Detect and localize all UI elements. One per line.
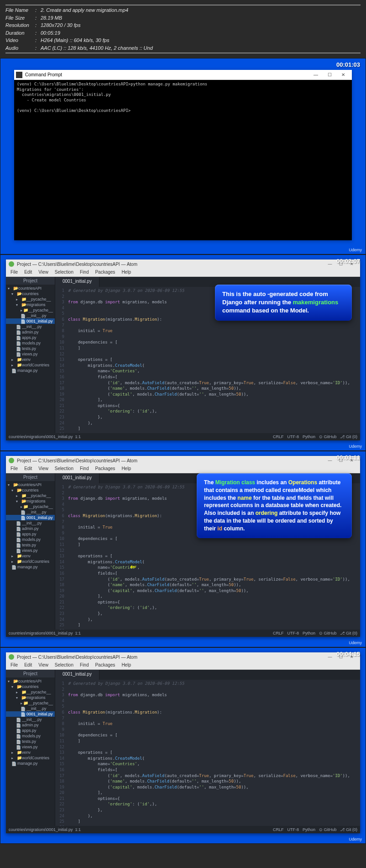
menu-help[interactable]: Help <box>119 662 134 669</box>
status-path[interactable]: countries\migrations\0001_initial.py <box>9 434 73 439</box>
cmd-titlebar[interactable]: Command Prompt — ☐ ✕ <box>14 70 352 80</box>
tree-item---pycache--[interactable]: 📁 __pycache__ <box>6 307 55 313</box>
menu-find[interactable]: Find <box>77 465 91 473</box>
maximize-button[interactable]: ☐ <box>323 72 336 77</box>
menu-packages[interactable]: Packages <box>92 662 118 669</box>
tree-item-tests-py[interactable]: 📄tests.py <box>6 346 55 351</box>
tree-item-models-py[interactable]: 📄models.py <box>6 340 55 346</box>
tree-item-views-py[interactable]: 📄views.py <box>6 351 55 357</box>
menu-selection[interactable]: Selection <box>52 465 76 473</box>
project-sidebar[interactable]: Project 📂 countriesAPI📂 countries📁 __pyc… <box>6 473 55 630</box>
tree-item-migrations[interactable]: 📂 migrations <box>6 302 55 307</box>
tree-item-views-py[interactable]: 📄views.py <box>6 744 55 750</box>
status-language[interactable]: Python <box>303 827 315 832</box>
tree-item---init---py[interactable]: 📄__init__.py <box>6 313 55 318</box>
status-cursor[interactable]: 1:1 <box>75 631 81 635</box>
tree-item-apps-py[interactable]: 📄apps.py <box>6 335 55 340</box>
tree-item-countries[interactable]: 📂 countries <box>6 487 55 493</box>
editor-tab[interactable]: 0001_initial.py <box>55 277 99 287</box>
tree-item-admin-py[interactable]: 📄admin.py <box>6 722 55 728</box>
menu-edit[interactable]: Edit <box>21 269 35 276</box>
minimize-button[interactable]: — <box>324 262 335 266</box>
status-git[interactable]: ⎇ Git (0) <box>340 827 357 832</box>
tree-item-apps-py[interactable]: 📄apps.py <box>6 728 55 733</box>
tree-item---init---py[interactable]: 📄__init__.py <box>6 509 55 515</box>
tree-item-models-py[interactable]: 📄models.py <box>6 537 55 542</box>
menu-edit[interactable]: Edit <box>21 662 35 669</box>
tree-item-worldCountries[interactable]: 📁 worldCountries <box>6 362 55 368</box>
tree-item---init---py[interactable]: 📄__init__.py <box>6 706 55 711</box>
tree-item-countries[interactable]: 📂 countries <box>6 291 55 296</box>
menu-packages[interactable]: Packages <box>92 269 118 276</box>
status-cursor[interactable]: 1:1 <box>75 434 81 439</box>
editor-tab[interactable]: 0001_initial.py <box>55 473 99 483</box>
tree-item---init---py[interactable]: 📄__init__.py <box>6 324 55 329</box>
status-language[interactable]: Python <box>303 631 315 635</box>
tree-item-migrations[interactable]: 📂 migrations <box>6 695 55 700</box>
menu-file[interactable]: File <box>8 662 21 669</box>
tree-item-worldCountries[interactable]: 📁 worldCountries <box>6 755 55 761</box>
atom-titlebar[interactable]: Project — C:\Users\Bluelime\Desktop\coun… <box>6 652 360 662</box>
tree-item-tests-py[interactable]: 📄tests.py <box>6 739 55 744</box>
menu-help[interactable]: Help <box>119 269 134 276</box>
menu-help[interactable]: Help <box>119 465 134 473</box>
close-button[interactable]: ✕ <box>336 72 350 77</box>
project-sidebar[interactable]: Project 📂 countriesAPI📂 countries📁 __pyc… <box>6 277 55 433</box>
menu-packages[interactable]: Packages <box>92 465 118 473</box>
tree-item-worldCountries[interactable]: 📁 worldCountries <box>6 559 55 564</box>
menu-selection[interactable]: Selection <box>52 269 76 276</box>
tree-item-0001-initial-py[interactable]: 📄0001_initial.py <box>6 711 55 717</box>
tree-item---init---py[interactable]: 📄__init__.py <box>6 717 55 722</box>
file-tree[interactable]: 📂 countriesAPI📂 countries📁 __pycache__📂 … <box>6 481 55 630</box>
atom-titlebar[interactable]: Project — C:\Users\Bluelime\Desktop\coun… <box>6 456 360 465</box>
tree-item-venv[interactable]: 📁 venv <box>6 553 55 559</box>
code-editor[interactable]: 1 2 3 4 5 6 7 8 9 10 11 12 13 14 15 16 1… <box>55 680 360 826</box>
tree-item-manage-py[interactable]: 📄manage.py <box>6 368 55 373</box>
menu-view[interactable]: View <box>36 465 51 473</box>
tree-item-migrations[interactable]: 📂 migrations <box>6 498 55 504</box>
file-tree[interactable]: 📂 countriesAPI📂 countries📁 __pycache__📂 … <box>6 285 55 433</box>
tree-item-countries[interactable]: 📂 countries <box>6 684 55 689</box>
status-git[interactable]: ⎇ Git (0) <box>340 631 357 635</box>
tree-item-venv[interactable]: 📁 venv <box>6 750 55 755</box>
menu-file[interactable]: File <box>8 269 21 276</box>
menu-selection[interactable]: Selection <box>52 662 76 669</box>
cmd-terminal-output[interactable]: (venv) C:\Users\Bluelime\Desktop\countri… <box>14 80 352 240</box>
status-github[interactable]: ⊙ GitHub <box>319 631 337 635</box>
file-tree[interactable]: 📂 countriesAPI📂 countries📁 __pycache__📂 … <box>6 677 55 826</box>
code-text[interactable]: # Generated by Django 3.0.7 on 2020-06-0… <box>66 680 360 826</box>
menu-view[interactable]: View <box>36 662 51 669</box>
status-git[interactable]: ⎇ Git (0) <box>340 434 357 439</box>
minimize-button[interactable]: — <box>324 458 335 463</box>
status-path[interactable]: countries\migrations\0001_initial.py <box>9 827 73 832</box>
tree-item---pycache--[interactable]: 📁 __pycache__ <box>6 700 55 706</box>
tree-item-manage-py[interactable]: 📄manage.py <box>6 761 55 766</box>
tree-item-0001-initial-py[interactable]: 📄0001_initial.py <box>6 515 55 520</box>
tree-item---pycache--[interactable]: 📁 __pycache__ <box>6 689 55 695</box>
tree-item-tests-py[interactable]: 📄tests.py <box>6 542 55 548</box>
menu-find[interactable]: Find <box>77 662 91 669</box>
tree-item---pycache--[interactable]: 📁 __pycache__ <box>6 296 55 302</box>
tree-item-venv[interactable]: 📁 venv <box>6 357 55 362</box>
status-encoding[interactable]: UTF-8 <box>287 827 299 832</box>
project-sidebar[interactable]: Project 📂 countriesAPI📂 countries📁 __pyc… <box>6 670 55 826</box>
tree-item-admin-py[interactable]: 📄admin.py <box>6 329 55 335</box>
status-crlf[interactable]: CRLF <box>273 434 284 439</box>
status-crlf[interactable]: CRLF <box>273 631 284 635</box>
status-cursor[interactable]: 1:1 <box>75 827 81 832</box>
tree-item-apps-py[interactable]: 📄apps.py <box>6 531 55 537</box>
status-path[interactable]: countries\migrations\0001_initial.py <box>9 631 73 635</box>
atom-titlebar[interactable]: Project — C:\Users\Bluelime\Desktop\coun… <box>6 259 360 269</box>
menu-edit[interactable]: Edit <box>21 465 35 473</box>
menu-file[interactable]: File <box>8 465 21 473</box>
tree-item---pycache--[interactable]: 📁 __pycache__ <box>6 493 55 498</box>
tree-item---pycache--[interactable]: 📁 __pycache__ <box>6 504 55 509</box>
status-encoding[interactable]: UTF-8 <box>287 434 299 439</box>
status-github[interactable]: ⊙ GitHub <box>319 434 337 439</box>
tree-item-countriesAPI[interactable]: 📂 countriesAPI <box>6 678 55 684</box>
menu-find[interactable]: Find <box>77 269 91 276</box>
tree-item-models-py[interactable]: 📄models.py <box>6 733 55 739</box>
tree-item-0001-initial-py[interactable]: 📄0001_initial.py <box>6 318 55 324</box>
status-encoding[interactable]: UTF-8 <box>287 631 299 635</box>
tree-item---init---py[interactable]: 📄__init__.py <box>6 520 55 526</box>
